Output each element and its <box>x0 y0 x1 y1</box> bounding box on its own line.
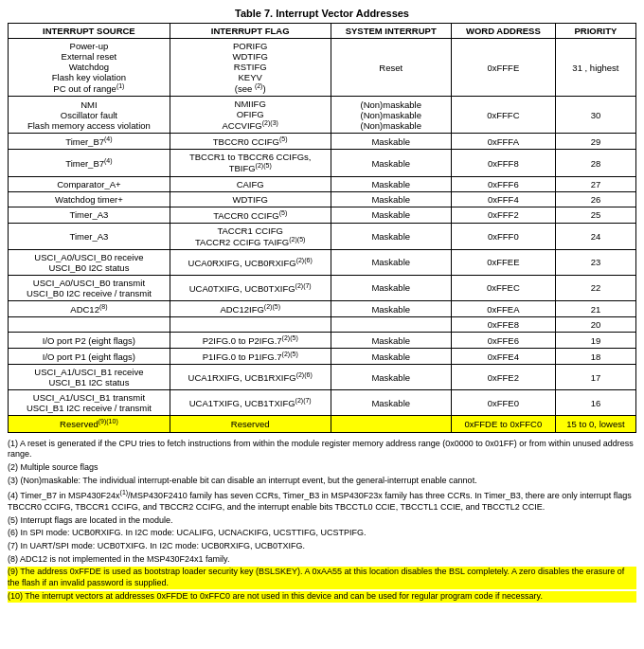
table-cell: TACCR1 CCIFGTACCR2 CCIFG TAIFG(2)(5) <box>170 223 331 249</box>
table-cell: 18 <box>555 349 635 365</box>
table-cell: Timer_B7(4) <box>9 134 170 150</box>
table-cell <box>170 317 331 333</box>
table-row: USCI_A0/USCI_B0 transmitUSCI_B0 I2C rece… <box>9 275 636 300</box>
table-row: USCI_A0/USCI_B0 receiveUSCI_B0 I2C statu… <box>9 249 636 275</box>
table-cell: 29 <box>555 134 635 150</box>
note-item: (7) In UART/SPI mode: UCB0TXIFG. In I2C … <box>8 541 636 552</box>
table-cell: Maskable <box>331 191 451 207</box>
table-cell: USCI_A0/USCI_B0 receiveUSCI_B0 I2C statu… <box>9 249 170 275</box>
col-header-priority: PRIORITY <box>555 24 635 39</box>
table-cell: Maskable <box>331 300 451 316</box>
table-cell: P1IFG.0 to P1IFG.7(2)(5) <box>170 349 331 365</box>
table-cell: Timer_A3 <box>9 207 170 223</box>
table-cell: 23 <box>555 249 635 275</box>
table-cell <box>331 416 451 432</box>
note-item: (3) (Non)maskable: The individual interr… <box>8 476 636 487</box>
table-cell: 20 <box>555 317 635 333</box>
table-cell: 17 <box>555 365 635 390</box>
table-cell: 0xFFFE <box>451 39 555 97</box>
table-cell: NMIOscillator faultFlash memory access v… <box>9 97 170 134</box>
table-cell: 0xFFE6 <box>451 333 555 349</box>
table-cell: ADC12(8) <box>9 300 170 316</box>
note-item: (2) Multiple source flags <box>8 462 636 474</box>
table-cell <box>331 317 451 333</box>
page: Table 7. Interrupt Vector Addresses INTE… <box>0 0 644 612</box>
table-cell: UCA1TXIFG, UCB1TXIFG(2)(7) <box>170 390 331 416</box>
table-cell: 0xFFF2 <box>451 207 555 223</box>
table-cell: Watchdog timer+ <box>9 191 170 207</box>
table-cell: Maskable <box>331 134 451 150</box>
table-cell: Maskable <box>331 150 451 176</box>
table-cell: Timer_B7(4) <box>9 150 170 176</box>
table-cell: Maskable <box>331 176 451 191</box>
table-cell: Maskable <box>331 365 451 390</box>
table-cell: USCI_A0/USCI_B0 transmitUSCI_B0 I2C rece… <box>9 275 170 300</box>
table-cell: Reset <box>331 39 451 97</box>
table-cell: I/O port P2 (eight flags) <box>9 333 170 349</box>
table-cell: Reserved(9)(10) <box>9 416 170 432</box>
table-cell: 0xFFFA <box>451 134 555 150</box>
table-cell: Maskable <box>331 390 451 416</box>
col-header-flag: INTERRUPT FLAG <box>170 24 331 39</box>
note-item: (10) The interrupt vectors at addresses … <box>8 591 636 603</box>
table-cell: 22 <box>555 275 635 300</box>
note-item: (5) Interrupt flags are located in the m… <box>8 515 636 527</box>
table-cell: Power-upExternal resetWatchdogFlash key … <box>9 39 170 97</box>
table-cell: Maskable <box>331 349 451 365</box>
table-cell: 28 <box>555 150 635 176</box>
table-row: USCI_A1/USCI_B1 transmitUSCI_B1 I2C rece… <box>9 390 636 416</box>
table-row: USCI_A1/USCI_B1 receiveUSCI_B1 I2C statu… <box>9 365 636 390</box>
table-cell: Comparator_A+ <box>9 176 170 191</box>
table-cell: 0xFFF8 <box>451 150 555 176</box>
table-cell: 0xFFEA <box>451 300 555 316</box>
table-row: Timer_A3TACCR0 CCIFG(5)Maskable0xFFF225 <box>9 207 636 223</box>
table-cell: WDTIFG <box>170 191 331 207</box>
table-row: Comparator_A+CAIFGMaskable0xFFF627 <box>9 176 636 191</box>
table-cell: 15 to 0, lowest <box>555 416 635 432</box>
table-cell: 0xFFF0 <box>451 223 555 249</box>
note-item: (4) Timer_B7 in MSP430F24x(1)/MSP430F241… <box>8 488 636 513</box>
table-cell: 0xFFFC <box>451 97 555 134</box>
table-cell: PORIFGWDTIFGRSTIFGKEYV(see (2)) <box>170 39 331 97</box>
table-cell: Reserved <box>170 416 331 432</box>
note-item: (8) ADC12 is not implemented in the MSP4… <box>8 554 636 566</box>
table-cell: 27 <box>555 176 635 191</box>
table-row: ADC12(8)ADC12IFG(2)(5)Maskable0xFFEA21 <box>9 300 636 316</box>
table-cell: Maskable <box>331 207 451 223</box>
table-cell: 0xFFE2 <box>451 365 555 390</box>
table-cell: 0xFFE0 <box>451 390 555 416</box>
table-cell: 19 <box>555 333 635 349</box>
table-cell: 25 <box>555 207 635 223</box>
table-title: Table 7. Interrupt Vector Addresses <box>8 8 636 19</box>
col-header-source: INTERRUPT SOURCE <box>9 24 170 39</box>
table-row: Timer_B7(4)TBCCR0 CCIFG(5)Maskable0xFFFA… <box>9 134 636 150</box>
table-cell: 0xFFEE <box>451 249 555 275</box>
note-item: (6) In SPI mode: UCB0RXIFG. In I2C mode:… <box>8 528 636 539</box>
table-cell: TACCR0 CCIFG(5) <box>170 207 331 223</box>
table-cell: 24 <box>555 223 635 249</box>
table-cell: UCA0TXIFG, UCB0TXIFG(2)(7) <box>170 275 331 300</box>
table-cell: TBCCR0 CCIFG(5) <box>170 134 331 150</box>
table-cell: Maskable <box>331 223 451 249</box>
table-cell: ADC12IFG(2)(5) <box>170 300 331 316</box>
table-cell: USCI_A1/USCI_B1 receiveUSCI_B1 I2C statu… <box>9 365 170 390</box>
table-row: Reserved(9)(10)Reserved0xFFDE to 0xFFC01… <box>9 416 636 432</box>
note-item: (1) A reset is generated if the CPU trie… <box>8 439 636 460</box>
table-cell: Maskable <box>331 333 451 349</box>
table-cell: 26 <box>555 191 635 207</box>
table-cell: 30 <box>555 97 635 134</box>
table-cell: Maskable <box>331 275 451 300</box>
table-row: Watchdog timer+WDTIFGMaskable0xFFF426 <box>9 191 636 207</box>
table-cell: 0xFFF4 <box>451 191 555 207</box>
table-cell: (Non)maskable(Non)maskable(Non)maskable <box>331 97 451 134</box>
table-cell: I/O port P1 (eight flags) <box>9 349 170 365</box>
table-cell: UCA0RXIFG, UCB0RXIFG(2)(6) <box>170 249 331 275</box>
table-cell: Maskable <box>331 249 451 275</box>
table-cell: 0xFFE4 <box>451 349 555 365</box>
table-cell: UCA1RXIFG, UCB1RXIFG(2)(6) <box>170 365 331 390</box>
table-cell: CAIFG <box>170 176 331 191</box>
table-cell: NMIIFGOFIFGACCVIFG(2)(3) <box>170 97 331 134</box>
table-row: Timer_A3TACCR1 CCIFGTACCR2 CCIFG TAIFG(2… <box>9 223 636 249</box>
interrupt-vector-table: INTERRUPT SOURCE INTERRUPT FLAG SYSTEM I… <box>8 23 636 433</box>
table-cell: TBCCR1 to TBCCR6 CCIFGs,TBIFG(2)(5) <box>170 150 331 176</box>
